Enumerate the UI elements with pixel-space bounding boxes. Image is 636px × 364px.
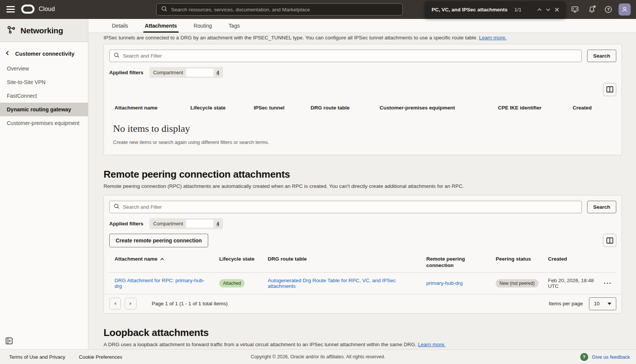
cloud-shell-icon[interactable]	[568, 3, 581, 16]
column-header[interactable]: DRG route table	[305, 102, 374, 115]
networking-icon	[7, 25, 16, 36]
main-content: Details Attachments Routing Tags IPSec t…	[88, 19, 636, 364]
ipsec-search-input[interactable]	[123, 53, 577, 59]
filter-name: Compartment	[153, 221, 183, 227]
sidebar-group-label: Customer connectivity	[15, 51, 74, 57]
sidebar-header: Networking	[0, 19, 88, 42]
rpc-pagination: Page 1 of 1 (1 - 1 of 1 total items) Ite…	[104, 294, 622, 313]
sidebar-item-dynamic-routing-gateway[interactable]: Dynamic routing gateway	[0, 103, 88, 116]
rpc-section-description: Remote peering connection (RPC) attachme…	[104, 183, 622, 189]
column-header[interactable]: Created	[543, 253, 598, 272]
find-match-count: 1/1	[514, 7, 521, 12]
ipsec-intro-text: IPSec tunnels are connected to a DRG by …	[104, 35, 477, 41]
create-remote-peering-connection-button[interactable]: Create remote peering connection	[109, 234, 208, 247]
find-query-text[interactable]: PC, VC, and IPSec attachments	[432, 7, 507, 12]
ipsec-search-button[interactable]: Search	[587, 50, 616, 62]
column-header[interactable]: Lifecycle state	[214, 253, 262, 272]
sidebar-item-site-to-site-vpn[interactable]: Site-to-Site VPN	[0, 75, 88, 89]
page-info-text: Page 1 of 1 (1 - 1 of 1 total items)	[152, 301, 228, 306]
tab-attachments[interactable]: Attachments	[145, 19, 177, 33]
notifications-bell-icon[interactable]	[585, 3, 598, 16]
row-actions-menu-icon[interactable]	[604, 280, 615, 287]
global-search-input[interactable]	[171, 7, 398, 12]
sidebar-item-overview[interactable]: Overview	[0, 62, 88, 75]
rpc-compartment-filter-chip[interactable]: Compartment 4	[149, 218, 223, 229]
sidebar-group-customer-connectivity[interactable]: Customer connectivity	[0, 42, 88, 62]
rpc-attachments-panel: Search Applied filters Compartment 4 Cre…	[104, 195, 622, 314]
empty-state-title: No items to display	[113, 123, 612, 134]
next-page-button[interactable]	[125, 298, 137, 309]
sidebar-item-fastconnect[interactable]: FastConnect	[0, 89, 88, 103]
notification-badge	[593, 5, 596, 8]
collapse-sidebar-icon[interactable]	[5, 337, 14, 345]
table-row: DRG Attachment for RPC: primary-hub-drg …	[109, 273, 616, 294]
oracle-cloud-console: Cloud PC, VC, and IPSec attachments 1/1	[0, 0, 636, 364]
column-header[interactable]: Created	[567, 102, 616, 115]
rpc-column-settings-button[interactable]	[603, 234, 616, 247]
tab-routing[interactable]: Routing	[194, 19, 212, 33]
column-header-sorted[interactable]: Attachment name	[109, 253, 214, 272]
filter-name: Compartment	[153, 70, 183, 75]
tab-details[interactable]: Details	[112, 19, 128, 33]
find-next-icon[interactable]	[545, 5, 551, 14]
chevron-down-icon	[608, 303, 611, 305]
sort-ascending-icon	[160, 256, 164, 263]
empty-state-message: Create new items or search again using d…	[113, 139, 612, 145]
find-in-page-bar: PC, VC, and IPSec attachments 1/1	[425, 1, 566, 18]
ipsec-search-filter-field[interactable]	[109, 50, 582, 62]
compartment-value-redacted	[186, 220, 214, 228]
give-us-feedback-link[interactable]: Give us feedback	[592, 354, 630, 360]
remote-peering-connection-link[interactable]: primary-hub-drg	[426, 280, 463, 286]
column-header[interactable]: IPSec tunnel	[248, 102, 305, 115]
hamburger-menu-icon[interactable]	[6, 6, 15, 12]
ipsec-compartment-filter-chip[interactable]: Compartment 4	[149, 67, 223, 78]
items-per-page-select[interactable]: 10	[589, 297, 616, 310]
sidebar-item-customer-premises-equipment[interactable]: Customer-premises equipment	[0, 116, 88, 130]
compartment-value-redacted	[186, 69, 214, 77]
rpc-applied-filters-label: Applied filters	[109, 221, 143, 227]
help-icon[interactable]: ?	[602, 3, 615, 16]
ipsec-table-header: Attachment name Lifecycle state IPSec tu…	[109, 102, 616, 115]
rpc-search-filter-field[interactable]	[109, 201, 582, 213]
search-icon	[114, 52, 119, 59]
search-icon	[161, 6, 167, 13]
created-timestamp: Feb 20, 2026, 18:48 UTC	[543, 273, 598, 294]
column-header[interactable]: Peering status	[490, 253, 543, 272]
ipsec-column-settings-button[interactable]	[603, 83, 616, 96]
svg-text:?: ?	[607, 7, 610, 12]
copyright-text: Copyright © 2026, Oracle and/or its affi…	[251, 354, 385, 359]
loopback-description-text: A DRG uses a loopback attachment to forw…	[104, 342, 416, 347]
page-size-value: 10	[594, 301, 600, 306]
left-sidebar: Networking Customer connectivity Overvie…	[0, 19, 88, 349]
column-header[interactable]: CPE IKE identifier	[493, 102, 567, 115]
oracle-logo-icon	[21, 5, 35, 14]
column-header[interactable]: Attachment name	[109, 102, 185, 115]
cookie-preferences-link[interactable]: Cookie Preferences	[79, 354, 122, 360]
column-header[interactable]: DRG route table	[262, 253, 421, 272]
terms-of-use-link[interactable]: Terms of Use and Privacy	[9, 354, 65, 360]
ipsec-attachments-panel: Search Applied filters Compartment 4	[104, 44, 622, 155]
sidebar-title: Networking	[20, 26, 63, 35]
rpc-search-button[interactable]: Search	[587, 201, 616, 213]
find-close-icon[interactable]	[554, 5, 560, 14]
tab-tags[interactable]: Tags	[229, 19, 240, 33]
filter-count[interactable]: 4	[217, 221, 219, 227]
drg-route-table-link[interactable]: Autogenerated Drg Route Table for RPC, V…	[268, 278, 417, 289]
chevron-left-icon	[5, 50, 9, 57]
column-header[interactable]: Customer-premises equipment	[374, 102, 493, 115]
previous-page-button[interactable]	[109, 298, 121, 309]
global-search-bar[interactable]	[156, 3, 403, 16]
rpc-search-input[interactable]	[123, 204, 577, 210]
loopback-section-title: Loopback attachments	[104, 327, 622, 339]
ipsec-learn-more-link[interactable]: Learn more.	[479, 35, 507, 41]
find-previous-icon[interactable]	[537, 5, 542, 14]
user-avatar[interactable]	[619, 3, 631, 16]
attachment-name-link[interactable]: DRG Attachment for RPC: primary-hub-drg	[115, 278, 210, 289]
search-icon	[114, 203, 119, 211]
ipsec-applied-filters-label: Applied filters	[109, 70, 143, 75]
brand[interactable]: Cloud	[21, 5, 55, 14]
filter-count[interactable]: 4	[217, 70, 219, 75]
loopback-learn-more-link[interactable]: Learn more.	[418, 342, 446, 347]
column-header[interactable]: Remote peering connection	[421, 253, 490, 272]
column-header[interactable]: Lifecycle state	[185, 102, 248, 115]
